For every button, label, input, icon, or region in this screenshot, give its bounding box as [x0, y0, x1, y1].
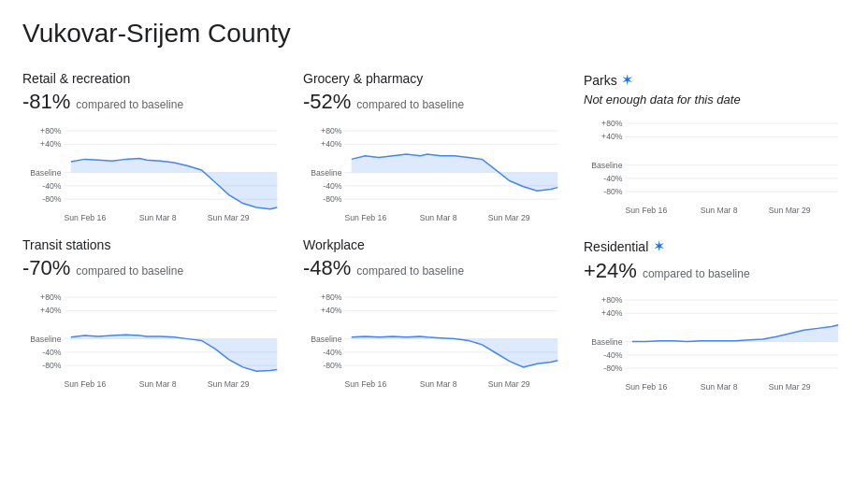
chart-parks: +80%+40%Baseline-40%-80%Sun Feb 16Sun Ma…	[584, 112, 846, 215]
stat-label-transit: compared to baseline	[76, 264, 183, 278]
stat-label-grocery: compared to baseline	[356, 98, 464, 111]
svg-text:-80%: -80%	[323, 361, 341, 370]
card-title-transit: Transit stations	[22, 237, 284, 252]
chart-grocery: +80%+40%Baseline-40%-80%Sun Feb 16Sun Ma…	[303, 120, 565, 222]
svg-text:Sun Feb 16: Sun Feb 16	[64, 379, 106, 389]
card-title-residential: Residential ✶	[584, 237, 846, 255]
stat-row-workplace: -48%compared to baseline	[303, 256, 565, 280]
stat-row-residential: +24%compared to baseline	[584, 259, 846, 283]
svg-text:Sun Mar 8: Sun Mar 8	[701, 382, 738, 392]
chart-transit: +80%+40%Baseline-40%-80%Sun Feb 16Sun Ma…	[22, 286, 284, 389]
svg-marker-68	[352, 336, 558, 367]
stat-row-transit: -70%compared to baseline	[22, 256, 284, 280]
svg-text:+40%: +40%	[601, 132, 623, 141]
svg-text:Sun Mar 29: Sun Mar 29	[769, 382, 811, 392]
card-transit: Transit stations-70%compared to baseline…	[22, 237, 284, 392]
stat-value-workplace: -48%	[303, 256, 351, 280]
svg-text:Baseline: Baseline	[311, 334, 341, 343]
svg-text:-80%: -80%	[603, 364, 622, 373]
svg-text:-80%: -80%	[603, 187, 622, 196]
card-title-retail: Retail & recreation	[22, 71, 284, 86]
svg-text:Sun Mar 29: Sun Mar 29	[488, 213, 530, 222]
svg-text:Sun Mar 8: Sun Mar 8	[420, 213, 457, 222]
svg-text:+80%: +80%	[321, 292, 342, 302]
svg-text:Sun Mar 8: Sun Mar 8	[139, 213, 177, 222]
stat-row-retail: -81%compared to baseline	[22, 90, 284, 114]
chart-residential: +80%+40%Baseline-40%-80%Sun Feb 16Sun Ma…	[584, 289, 846, 392]
card-grocery: Grocery & pharmacy-52%compared to baseli…	[303, 71, 565, 222]
star-icon-parks: ✶	[617, 72, 633, 88]
page-title: Vukovar-Srijem County	[22, 19, 846, 49]
svg-text:Sun Mar 29: Sun Mar 29	[208, 379, 250, 389]
svg-text:-40%: -40%	[42, 348, 61, 357]
stat-value-grocery: -52%	[303, 90, 351, 114]
svg-text:Sun Mar 8: Sun Mar 8	[701, 206, 738, 215]
stat-value-transit: -70%	[22, 256, 70, 280]
svg-text:Sun Mar 8: Sun Mar 8	[420, 379, 457, 389]
no-data-parks: Not enough data for this date	[584, 93, 846, 107]
svg-text:Sun Mar 29: Sun Mar 29	[488, 379, 530, 389]
svg-text:+80%: +80%	[40, 126, 62, 135]
stat-row-grocery: -52%compared to baseline	[303, 90, 565, 114]
svg-text:+40%: +40%	[40, 306, 62, 315]
cards-grid: Retail & recreation-81%compared to basel…	[22, 71, 846, 392]
svg-text:Baseline: Baseline	[30, 334, 61, 343]
chart-retail: +80%+40%Baseline-40%-80%Sun Feb 16Sun Ma…	[22, 120, 284, 222]
svg-text:-80%: -80%	[42, 194, 61, 204]
svg-text:-40%: -40%	[603, 174, 622, 183]
svg-text:+40%: +40%	[321, 139, 342, 149]
chart-workplace: +80%+40%Baseline-40%-80%Sun Feb 16Sun Ma…	[303, 286, 565, 389]
svg-marker-54	[71, 335, 278, 371]
stat-value-retail: -81%	[22, 90, 70, 114]
stat-label-workplace: compared to baseline	[356, 264, 464, 278]
svg-text:-40%: -40%	[42, 181, 61, 191]
svg-text:Sun Mar 8: Sun Mar 8	[139, 379, 177, 389]
svg-text:Baseline: Baseline	[591, 160, 622, 169]
card-residential: Residential ✶+24%compared to baseline+80…	[584, 237, 846, 392]
svg-text:Sun Feb 16: Sun Feb 16	[625, 382, 667, 392]
card-title-parks: Parks ✶	[584, 71, 846, 89]
svg-text:+80%: +80%	[321, 126, 342, 135]
card-title-workplace: Workplace	[303, 237, 565, 252]
svg-text:Sun Mar 29: Sun Mar 29	[208, 213, 250, 222]
svg-marker-13	[71, 158, 278, 208]
svg-text:Baseline: Baseline	[311, 167, 341, 177]
svg-text:+80%: +80%	[601, 119, 623, 128]
stat-label-residential: compared to baseline	[643, 267, 750, 280]
svg-text:Sun Feb 16: Sun Feb 16	[64, 213, 106, 222]
svg-text:-80%: -80%	[42, 361, 61, 370]
svg-text:-40%: -40%	[323, 181, 341, 191]
svg-text:Sun Mar 29: Sun Mar 29	[769, 206, 811, 215]
svg-text:-80%: -80%	[323, 194, 341, 204]
card-workplace: Workplace-48%compared to baseline+80%+40…	[303, 237, 565, 392]
svg-text:+40%: +40%	[40, 139, 62, 149]
card-title-grocery: Grocery & pharmacy	[303, 71, 565, 86]
svg-text:+80%: +80%	[601, 295, 623, 305]
svg-text:+80%: +80%	[40, 292, 62, 302]
svg-text:Sun Feb 16: Sun Feb 16	[625, 206, 667, 215]
svg-marker-82	[632, 325, 839, 342]
stat-value-residential: +24%	[584, 259, 637, 283]
svg-text:Sun Feb 16: Sun Feb 16	[344, 379, 386, 389]
card-retail: Retail & recreation-81%compared to basel…	[22, 71, 284, 222]
svg-text:Baseline: Baseline	[591, 336, 622, 346]
card-parks: Parks ✶Not enough data for this date+80%…	[584, 71, 846, 222]
stat-label-retail: compared to baseline	[76, 98, 183, 111]
svg-text:+40%: +40%	[321, 306, 342, 315]
svg-text:Sun Feb 16: Sun Feb 16	[344, 213, 386, 222]
star-icon-residential: ✶	[648, 238, 664, 254]
svg-text:-40%: -40%	[603, 350, 622, 360]
svg-text:-40%: -40%	[323, 348, 341, 357]
svg-text:+40%: +40%	[601, 308, 623, 318]
svg-text:Baseline: Baseline	[30, 167, 61, 177]
